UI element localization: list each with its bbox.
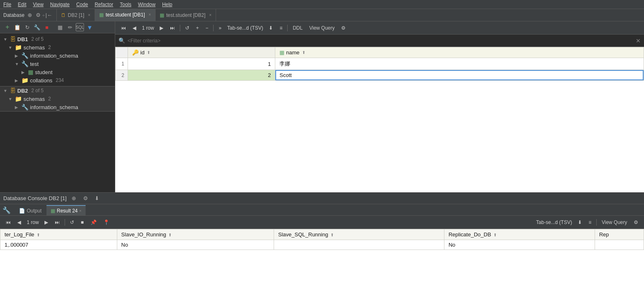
db2-node[interactable]: ▼ 🗄 DB2 2 of 5 xyxy=(0,86,115,95)
more-btn[interactable]: » xyxy=(216,24,224,32)
filter-close-btn[interactable]: ✕ xyxy=(636,37,641,44)
menu-file[interactable]: File xyxy=(3,2,11,7)
last-row-btn[interactable]: ⏭ xyxy=(167,24,177,32)
bottom-settings-icon[interactable]: ⚙ xyxy=(81,194,90,203)
db1-test-label: test xyxy=(30,61,39,67)
table-view-btn[interactable]: ▦ xyxy=(56,23,64,31)
bottom-row0-col1: No xyxy=(117,240,274,250)
menu-help[interactable]: Help xyxy=(162,2,172,7)
bottom-col4-header[interactable]: Rep xyxy=(595,229,644,240)
name-sort-icon[interactable]: ⬆ xyxy=(302,50,305,55)
db2-info-schema-node[interactable]: ▶ 🔧 information_schema xyxy=(0,103,115,111)
refresh-sidebar-btn[interactable]: ↻ xyxy=(23,23,31,31)
result24-tab-label: Result 24 xyxy=(57,208,78,214)
db1-collations-chevron: ▶ xyxy=(15,78,20,83)
tab-db2-query-label: DB2 [1] xyxy=(68,12,84,18)
filter-input[interactable] xyxy=(128,38,633,44)
bottom-col3-label: Replicate_Do_DB xyxy=(449,231,491,238)
tab-student-db2-close[interactable]: × xyxy=(209,13,212,17)
bottom-first-btn[interactable]: ⏮ xyxy=(3,219,13,226)
db2-schemas-node[interactable]: ▼ 📁 schemas 2 xyxy=(0,95,115,103)
bottom-col2-header[interactable]: Slave_SQL_Running ⬆ xyxy=(274,229,444,240)
bottom-prev-btn[interactable]: ◀ xyxy=(15,219,23,226)
db1-node[interactable]: ▼ 🗄 DB1 2 of 5 xyxy=(0,35,115,43)
db1-chevron: ▼ xyxy=(3,37,8,42)
bottom-row0-col2 xyxy=(274,240,444,250)
properties-btn[interactable]: 🔧 xyxy=(33,23,41,31)
tab-output[interactable]: 📄 Output xyxy=(15,205,46,215)
refresh-data-btn[interactable]: ↺ xyxy=(183,24,192,32)
menu-edit[interactable]: Edit xyxy=(18,2,26,7)
menu-navigate[interactable]: Navigate xyxy=(50,2,70,7)
prev-row-btn[interactable]: ◀ xyxy=(130,24,139,32)
split-icon[interactable]: |← xyxy=(45,11,53,19)
next-row-btn[interactable]: ▶ xyxy=(157,24,166,32)
tab-student-db2[interactable]: ▦ test.student [DB2] × xyxy=(156,9,216,21)
bottom-settings-btn[interactable]: ⚙ xyxy=(631,219,641,226)
bottom-import-btn[interactable]: ≡ xyxy=(586,219,594,226)
result24-tab-close[interactable]: × xyxy=(79,209,81,213)
bottom-pin-btn[interactable]: 📌 xyxy=(88,219,99,226)
view-query-btn[interactable]: View Query xyxy=(307,24,337,32)
bottom-refresh-btn[interactable]: ↺ xyxy=(67,219,77,226)
db1-collations-node[interactable]: ▶ 📁 collations 234 xyxy=(0,76,115,84)
row2-name-input[interactable] xyxy=(275,70,644,80)
menu-tools[interactable]: Tools xyxy=(120,2,131,7)
tab-db2-query[interactable]: 🗒 DB2 [1] × xyxy=(57,9,95,21)
tab-student-db1[interactable]: ▦ test.student [DB1] × xyxy=(95,9,156,21)
db1-test-node[interactable]: ▼ 🔧 test xyxy=(0,60,115,68)
ddl-btn[interactable]: DDL xyxy=(290,24,305,32)
sep3 xyxy=(287,25,288,31)
app-body: + 📋 ↻ 🔧 ■ ▦ ✏ SQL ▼ ▼ 🗄 DB1 2 of 5 xyxy=(0,21,644,287)
id-column-header[interactable]: 🔑 id ⬆ xyxy=(128,47,275,58)
stop-btn[interactable]: ■ xyxy=(43,23,51,31)
bottom-view-query-btn[interactable]: View Query xyxy=(599,219,630,226)
db1-student-node[interactable]: ▶ ▦ student xyxy=(0,68,115,76)
bottom-col1-header[interactable]: Slave_IO_Running ⬆ xyxy=(117,229,274,240)
bottom-next-btn[interactable]: ▶ xyxy=(42,219,51,226)
bottom-col2-label: Slave_SQL_Running xyxy=(278,231,328,238)
bottom-toolbar: ⏮ ◀ 1 row ▶ ⏭ ↺ ■ 📌 📍 Tab-se...d (TSV) ⬇… xyxy=(0,216,644,229)
menu-code[interactable]: Code xyxy=(76,2,88,7)
id-sort-icon[interactable]: ⬆ xyxy=(147,50,150,55)
data-settings-btn[interactable]: ⚙ xyxy=(339,24,348,32)
sidebar-panel-label: Database ⊕ ⚙ ÷ |← xyxy=(0,9,57,21)
first-row-btn[interactable]: ⏮ xyxy=(119,24,128,32)
tab-db2-close[interactable]: × xyxy=(88,13,91,17)
bottom-export-icon[interactable]: ⬇ xyxy=(93,194,101,203)
tab-result24[interactable]: ▦ Result 24 × xyxy=(46,205,86,215)
menu-window[interactable]: Window xyxy=(138,2,156,7)
bottom-stop-btn[interactable]: ■ xyxy=(78,219,86,226)
menu-view[interactable]: View xyxy=(33,2,44,7)
filter-btn[interactable]: ▼ xyxy=(86,23,94,31)
row-count-label: 1 row xyxy=(140,25,156,31)
menu-refactor[interactable]: Refactor xyxy=(95,2,113,7)
db1-schemas-icon: 📁 xyxy=(15,44,22,51)
bottom-last-btn[interactable]: ⏭ xyxy=(52,219,62,226)
sql-btn[interactable]: SQL xyxy=(76,23,84,31)
bottom-thumbtack-btn[interactable]: 📍 xyxy=(101,219,112,226)
import-data-btn[interactable]: ≡ xyxy=(277,24,285,32)
row1-name[interactable]: 李娜 xyxy=(275,58,644,70)
settings-icon-small[interactable]: ⚙ xyxy=(34,11,42,19)
output-tab-label: Output xyxy=(27,208,42,214)
tab-student-db1-close[interactable]: × xyxy=(149,12,151,17)
sync-icon[interactable]: ⊕ xyxy=(26,11,34,19)
bottom-row0-col0: 1,.000007 xyxy=(0,240,117,250)
export-data-btn[interactable]: ⬇ xyxy=(266,24,275,32)
edit-source-btn[interactable]: ✏ xyxy=(66,23,74,31)
db1-schemas-node[interactable]: ▼ 📁 schemas 2 xyxy=(0,43,115,51)
add-connection-btn[interactable]: + xyxy=(3,23,12,31)
bottom-format-label: Tab-se...d (TSV) xyxy=(535,219,574,225)
right-panel: ⏮ ◀ 1 row ▶ ⏭ ↺ + − » Tab-se...d (TSV) ⬇… xyxy=(115,21,644,192)
copy-btn[interactable]: 📋 xyxy=(13,23,21,31)
bottom-col0-header[interactable]: ter_Log_File ⬆ xyxy=(0,229,117,240)
bottom-col3-header[interactable]: Replicate_Do_DB ⬆ xyxy=(444,229,595,240)
add-row-btn[interactable]: + xyxy=(193,24,201,32)
remove-row-btn[interactable]: − xyxy=(203,24,211,32)
bottom-sync-icon[interactable]: ⊕ xyxy=(70,194,78,203)
db1-info-schema-node[interactable]: ▶ 🔧 information_schema xyxy=(0,51,115,60)
name-column-header[interactable]: ▦ name ⬆ xyxy=(275,47,644,58)
row2-name-cell[interactable] xyxy=(275,70,644,81)
bottom-export-btn[interactable]: ⬇ xyxy=(575,219,584,226)
